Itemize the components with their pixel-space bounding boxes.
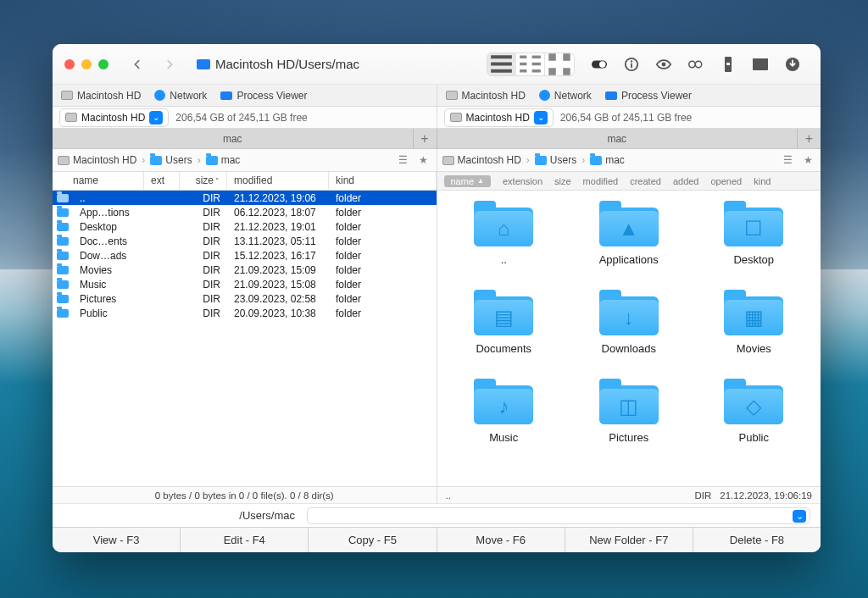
tab-left[interactable]: mac	[53, 129, 413, 148]
favorite-item[interactable]: Process Viewer	[220, 90, 307, 102]
status-dir: DIR	[694, 490, 711, 501]
star-icon[interactable]: ★	[416, 154, 431, 166]
favorite-item[interactable]: Network	[539, 90, 592, 102]
grid-item[interactable]: ◇ Public	[703, 379, 804, 444]
disk-selector-right[interactable]: Macintosh HD ⌄	[444, 108, 554, 127]
sort-name-pill[interactable]: name	[444, 175, 491, 187]
view-list-button[interactable]	[487, 53, 516, 75]
disk-bar: Macintosh HD ⌄ 206,54 GB of 245,11 GB fr…	[53, 107, 821, 129]
table-row[interactable]: Movies DIR 21.09.2023, 15:09 folder	[53, 263, 437, 277]
folder-icon: ▲	[599, 201, 659, 246]
search-button[interactable]	[680, 53, 712, 76]
favorites-left: Macintosh HDNetworkProcess Viewer	[53, 85, 437, 106]
col-extension[interactable]: extension	[503, 176, 542, 186]
command-input[interactable]: ⌄	[307, 507, 810, 524]
grid-item[interactable]: ▤ Documents	[453, 290, 554, 355]
col-size[interactable]: size˄	[180, 172, 227, 190]
nav-back-button[interactable]	[125, 54, 149, 75]
minimize-button[interactable]	[81, 59, 92, 69]
dropdown-icon[interactable]: ⌄	[793, 510, 806, 523]
zoom-button[interactable]	[98, 59, 108, 69]
table-row[interactable]: Dow…ads DIR 15.12.2023, 16:17 folder	[53, 248, 437, 263]
nav-forward-button[interactable]	[158, 54, 181, 75]
function-key[interactable]: Move - F6	[437, 528, 565, 552]
icon-grid-body[interactable]: ⌂ .. ▲ Applications ☐ Desktop ▤ Document…	[437, 191, 821, 486]
svg-rect-14	[753, 61, 768, 70]
cell-name: Desktop	[73, 221, 144, 233]
tab-right[interactable]: mac	[437, 129, 798, 148]
table-row[interactable]: Music DIR 21.09.2023, 15:08 folder	[53, 277, 437, 291]
grid-item[interactable]: ♪ Music	[453, 379, 554, 444]
info-button[interactable]	[615, 53, 648, 76]
favorite-label: Network	[554, 90, 592, 102]
cell-kind: folder	[329, 250, 437, 262]
toggle-hidden-button[interactable]	[583, 53, 615, 76]
breadcrumb-item[interactable]: Users	[150, 154, 192, 166]
col-ext[interactable]: ext	[144, 172, 180, 190]
col-name[interactable]: name	[53, 172, 144, 190]
function-key[interactable]: Delete - F8	[693, 528, 821, 552]
cell-size: DIR	[180, 279, 227, 291]
function-key[interactable]: Edit - F4	[181, 528, 309, 552]
chevron-right-icon: ›	[526, 154, 530, 166]
function-key[interactable]: New Folder - F7	[565, 528, 693, 552]
star-icon[interactable]: ★	[800, 154, 815, 166]
function-key[interactable]: Copy - F5	[309, 528, 437, 552]
add-tab-left[interactable]: +	[413, 129, 437, 148]
table-row[interactable]: Pictures DIR 23.09.2023, 02:58 folder	[53, 291, 437, 306]
table-row[interactable]: .. DIR 21.12.2023, 19:06 folder	[53, 191, 437, 205]
disk-selector-left[interactable]: Macintosh HD ⌄	[59, 108, 169, 127]
file-list[interactable]: .. DIR 21.12.2023, 19:06 folder App…tion…	[53, 191, 437, 486]
window-title[interactable]: Macintosh HD/Users/mac	[197, 57, 478, 71]
svg-point-7	[631, 60, 632, 62]
quicklook-button[interactable]	[648, 53, 680, 76]
col-kind[interactable]: kind	[329, 172, 437, 190]
list-view-icon[interactable]: ☰	[780, 154, 795, 166]
view-icons-button[interactable]	[545, 53, 574, 75]
col-kind[interactable]: kind	[754, 176, 771, 186]
col-created[interactable]: created	[630, 176, 661, 186]
cell-modified: 15.12.2023, 16:17	[227, 250, 329, 262]
favorite-item[interactable]: Process Viewer	[605, 90, 692, 102]
table-row[interactable]: Public DIR 20.09.2023, 10:38 folder	[53, 306, 437, 320]
grid-item[interactable]: ▦ Movies	[703, 290, 804, 355]
table-row[interactable]: Doc…ents DIR 13.11.2023, 05:11 folder	[53, 234, 437, 248]
breadcrumb-item[interactable]: Macintosh HD	[58, 154, 136, 166]
breadcrumb-item[interactable]: mac	[590, 154, 625, 166]
col-added[interactable]: added	[673, 176, 699, 186]
grid-item[interactable]: ↓ Downloads	[578, 290, 680, 355]
eject-button[interactable]	[776, 53, 809, 76]
col-modified[interactable]: modified	[227, 172, 329, 190]
chevron-right-icon: ›	[142, 154, 145, 166]
grid-item[interactable]: ◫ Pictures	[578, 379, 680, 444]
share-button[interactable]	[744, 53, 776, 76]
breadcrumb-item[interactable]: mac	[206, 154, 241, 166]
favorite-item[interactable]: Macintosh HD	[446, 90, 526, 102]
archive-button[interactable]	[712, 53, 744, 76]
tabs-left: mac +	[53, 129, 437, 148]
table-row[interactable]: Desktop DIR 21.12.2023, 19:01 folder	[53, 219, 437, 234]
breadcrumb-item[interactable]: Users	[535, 154, 576, 166]
cell-kind: folder	[329, 221, 437, 233]
volume-icon	[197, 59, 210, 69]
col-size[interactable]: size	[554, 176, 571, 186]
table-row[interactable]: App…tions DIR 06.12.2023, 18:07 folder	[53, 205, 437, 219]
list-view-icon[interactable]: ☰	[396, 154, 411, 166]
grid-item[interactable]: ☐ Desktop	[703, 201, 804, 266]
pane-left: name ext size˄ modified kind .. DIR 21.1…	[53, 172, 437, 486]
function-key[interactable]: View - F3	[53, 528, 181, 552]
disk-free-left: 206,54 GB of 245,11 GB free	[175, 112, 307, 124]
status-right: .. DIR 21.12.2023, 19:06:19	[437, 487, 821, 503]
view-columns-button[interactable]	[516, 53, 545, 75]
close-button[interactable]	[64, 59, 75, 69]
col-opened[interactable]: opened	[710, 176, 742, 186]
col-modified[interactable]: modified	[583, 176, 619, 186]
cell-kind: folder	[329, 235, 437, 247]
add-tab-right[interactable]: +	[797, 129, 821, 148]
grid-item[interactable]: ▲ Applications	[578, 201, 680, 266]
favorite-item[interactable]: Macintosh HD	[61, 90, 141, 102]
breadcrumb-right: Macintosh HD›Users›mac ☰ ★	[437, 149, 821, 171]
favorite-item[interactable]: Network	[154, 90, 207, 102]
breadcrumb-item[interactable]: Macintosh HD	[442, 154, 521, 166]
grid-item[interactable]: ⌂ ..	[453, 201, 554, 266]
